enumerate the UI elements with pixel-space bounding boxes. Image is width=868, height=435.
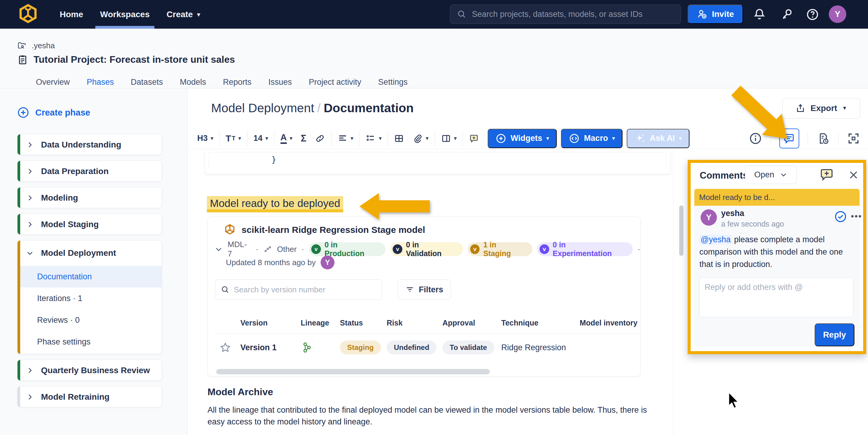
help-icon[interactable] xyxy=(806,8,819,21)
version-search[interactable] xyxy=(215,279,382,300)
toolbar-divider xyxy=(331,131,332,146)
widgets-button[interactable]: Widgets▾ xyxy=(488,129,557,148)
sidebar-item-reviews[interactable]: Reviews · 0 xyxy=(18,309,162,331)
api-key-icon[interactable] xyxy=(780,8,794,21)
badge-label: 0 in Validation xyxy=(406,241,456,258)
heading-style-dropdown[interactable]: H3▾ xyxy=(193,129,217,148)
vertical-scrollbar[interactable] xyxy=(679,206,683,256)
version-search-input[interactable] xyxy=(234,285,376,294)
insert-link-button[interactable] xyxy=(311,129,329,148)
phase-label: Modeling xyxy=(41,193,78,203)
comment-more-menu[interactable]: ••• xyxy=(851,211,862,221)
user-avatar[interactable]: Y xyxy=(829,5,846,23)
archive-paragraph: All the lineage that contributed to the … xyxy=(208,404,651,428)
attachment-dropdown[interactable]: ▾ xyxy=(408,129,433,148)
sidebar-item-documentation[interactable]: Documentation xyxy=(18,266,162,287)
version-table-row[interactable]: Version 1 Staging Undefined To validate … xyxy=(215,334,640,362)
create-phase-button[interactable]: Create phase xyxy=(17,106,90,119)
workspace-folder-icon xyxy=(17,41,27,51)
text-color-dropdown[interactable]: A▾ xyxy=(276,129,297,148)
cell-technique: Ridge Regression xyxy=(501,343,580,352)
badge-label: 1 in Staging xyxy=(483,241,525,258)
phase-card-quarterly-business-review[interactable]: Quarterly Business Review xyxy=(17,360,162,381)
macro-button[interactable]: Macro▾ xyxy=(561,129,622,148)
nav-create[interactable]: Create▾ xyxy=(158,0,208,29)
comment-anchor-highlight xyxy=(207,209,343,212)
header-version[interactable]: Version xyxy=(240,318,301,327)
close-icon[interactable] xyxy=(848,169,859,180)
badge-experimentation: v0 in Experimentation xyxy=(537,242,633,256)
global-search[interactable] xyxy=(450,4,681,24)
font-family-dropdown[interactable]: TT▾ xyxy=(221,129,245,148)
vectice-logo-icon[interactable] xyxy=(17,3,39,26)
reply-input[interactable] xyxy=(700,278,853,317)
thread-anchor-banner[interactable]: Model ready to be d... xyxy=(694,189,860,206)
formula-sigma-icon: Σ xyxy=(301,133,306,144)
chevron-down-icon[interactable] xyxy=(214,245,223,253)
version-glyph: v xyxy=(311,244,321,254)
invite-button[interactable]: Invite xyxy=(688,4,743,24)
mention-chip[interactable]: @yesha xyxy=(700,235,732,244)
info-icon[interactable] xyxy=(749,132,762,145)
comment-author: yesha xyxy=(721,209,744,218)
code-block[interactable]: } xyxy=(209,152,666,168)
header-lineage[interactable]: Lineage xyxy=(301,318,340,327)
phase-card-model-staging[interactable]: Model Staging xyxy=(17,214,162,235)
phase-card-data-preparation[interactable]: Data Preparation xyxy=(17,160,162,182)
phase-card-data-understanding[interactable]: Data Understanding xyxy=(17,134,162,155)
version-history-icon[interactable] xyxy=(816,132,830,145)
export-button[interactable]: Export ▼ xyxy=(782,98,860,119)
layout-columns-dropdown[interactable]: ▾ xyxy=(437,129,461,148)
phase-header-model-deployment[interactable]: Model Deployment xyxy=(18,241,162,266)
highlighted-heading[interactable]: Model ready to be deployed xyxy=(207,196,343,210)
code-circle-icon xyxy=(569,133,580,144)
formula-button[interactable]: Σ xyxy=(297,129,311,148)
reply-button[interactable]: Reply xyxy=(815,323,855,346)
nav-home-label: Home xyxy=(60,10,83,19)
add-comment-button[interactable] xyxy=(465,129,484,148)
horizontal-scrollbar[interactable] xyxy=(216,369,490,374)
header-approval[interactable]: Approval xyxy=(442,318,501,327)
workspace-breadcrumb[interactable]: .yesha xyxy=(17,41,55,51)
phase-card-model-retraining[interactable]: Model Retraining xyxy=(17,386,162,407)
comments-toggle-button[interactable] xyxy=(779,128,799,148)
breadcrumb-parent[interactable]: Model Deployment xyxy=(211,101,314,115)
fullscreen-icon[interactable] xyxy=(847,132,860,145)
thread-title: Model ready to be d... xyxy=(699,193,775,202)
header-risk[interactable]: Risk xyxy=(386,318,442,327)
sidebar-item-iterations[interactable]: Iterations · 1 xyxy=(18,287,162,309)
badge-production: v0 in Production xyxy=(309,242,385,256)
breadcrumb-current: Documentation xyxy=(323,101,413,115)
filters-button[interactable]: Filters xyxy=(398,279,451,300)
project-title: Tutorial Project: Forecast in-store unit… xyxy=(33,54,235,65)
list-dropdown[interactable]: ▾ xyxy=(361,129,386,148)
sidebar-item-phase-settings[interactable]: Phase settings xyxy=(18,331,162,353)
model-title-row[interactable]: scikit-learn Ridge Regression Stage mode… xyxy=(223,223,425,237)
nav-workspaces[interactable]: Workspaces xyxy=(92,0,158,29)
chevron-down-icon: ▾ xyxy=(197,11,200,18)
star-icon[interactable] xyxy=(219,341,231,353)
heading-text: Model ready to be deployed xyxy=(207,196,343,210)
header-model-inventory[interactable]: Model inventory xyxy=(580,318,640,327)
nav-home[interactable]: Home xyxy=(51,0,92,29)
new-comment-icon[interactable] xyxy=(819,167,834,182)
bullet-list-icon xyxy=(366,133,376,144)
insert-table-button[interactable] xyxy=(390,129,408,148)
resolve-check-icon[interactable] xyxy=(834,210,847,223)
lineage-icon[interactable] xyxy=(301,341,313,353)
ask-ai-button[interactable]: Ask AI▾ xyxy=(627,129,689,148)
link-icon xyxy=(315,133,325,144)
code-block-widget[interactable]: } xyxy=(205,150,671,174)
project-header: .yesha Tutorial Project: Forecast in-sto… xyxy=(0,29,868,88)
updated-by-avatar[interactable]: Y xyxy=(320,255,335,269)
header-status[interactable]: Status xyxy=(340,318,386,327)
align-dropdown[interactable]: ▾ xyxy=(333,129,358,148)
global-search-input[interactable] xyxy=(472,10,674,19)
search-icon xyxy=(457,9,467,19)
font-size-dropdown[interactable]: 14▾ xyxy=(249,129,272,148)
comments-filter-select[interactable]: Open xyxy=(745,165,797,184)
header-technique[interactable]: Technique xyxy=(501,318,580,327)
cell-version[interactable]: Version 1 xyxy=(240,343,301,352)
phase-card-modeling[interactable]: Modeling xyxy=(17,187,162,208)
notifications-bell-icon[interactable] xyxy=(753,8,766,21)
